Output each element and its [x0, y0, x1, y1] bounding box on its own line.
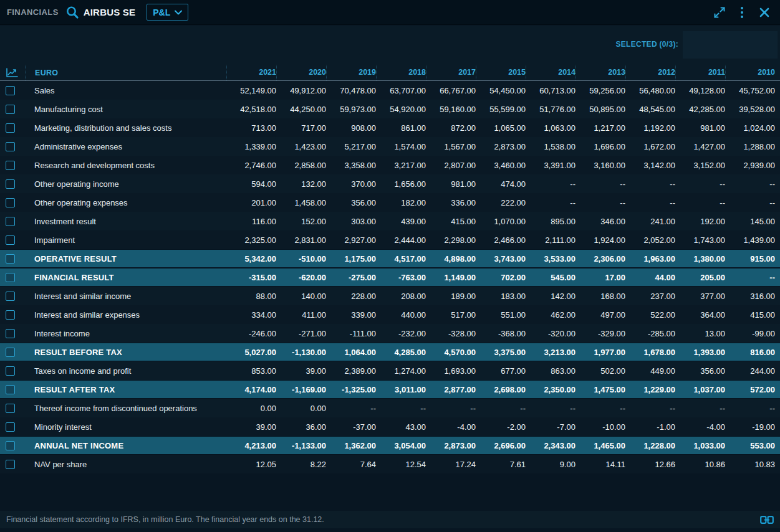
window-controls [711, 4, 780, 21]
cell-value: 1,465.00 [575, 441, 625, 450]
column-header-2010[interactable]: 2010 [725, 65, 775, 80]
column-header-2013[interactable]: 2013 [575, 65, 625, 80]
cell-value: 60,713.00 [526, 86, 575, 95]
instrument-name: AIRBUS SE [84, 7, 135, 17]
row-checkbox[interactable] [6, 217, 15, 226]
row-checkbox[interactable] [6, 460, 15, 469]
row-checkbox[interactable] [6, 292, 15, 301]
cell-value: 356.00 [326, 198, 376, 207]
link-button[interactable] [760, 516, 774, 524]
cell-value: 201.00 [226, 198, 276, 207]
menu-button[interactable] [734, 4, 750, 21]
table-row[interactable]: FINANCIAL RESULT-315.00-620.00-275.00-76… [0, 268, 780, 287]
table-row[interactable]: Sales52,149.0049,912.0070,478.0063,707.0… [0, 81, 780, 100]
table-row[interactable]: OPERATIVE RESULT5,342.00-510.001,175.004… [0, 249, 780, 268]
cell-value: 1,439.00 [725, 235, 775, 245]
cell-value: 1,458.00 [276, 198, 326, 207]
cell-value: 3,533.00 [526, 254, 575, 264]
cell-value: 116.00 [226, 217, 276, 226]
row-checkbox[interactable] [6, 198, 15, 207]
table-row[interactable]: Manufacturing cost42,518.0044,250.0059,9… [0, 100, 780, 118]
table-row[interactable]: Investment result116.00152.00303.00439.0… [0, 212, 780, 230]
cell-value: 49,912.00 [276, 86, 326, 95]
row-checkbox[interactable] [6, 86, 15, 95]
column-header-2021[interactable]: 2021 [226, 65, 276, 80]
table-row[interactable]: Other operating income594.00132.00370.00… [0, 174, 780, 193]
cell-value: 4,517.00 [376, 254, 426, 264]
cell-value: 59,973.00 [326, 105, 376, 114]
close-button[interactable] [756, 4, 773, 21]
statement-type-dropdown[interactable]: P&L [147, 4, 188, 21]
table-row[interactable]: Marketing, distribution and sales costs7… [0, 118, 780, 137]
table-row[interactable]: Other operating expenses201.001,458.0035… [0, 193, 780, 212]
row-checkbox[interactable] [6, 422, 15, 432]
row-checkbox[interactable] [6, 105, 15, 114]
cell-value: 0.00 [276, 404, 326, 413]
cell-value: 88.00 [226, 292, 276, 301]
table-row[interactable]: Interest and similar income88.00140.0022… [0, 287, 780, 305]
cell-value: 14.11 [575, 460, 625, 469]
row-checkbox[interactable] [6, 142, 15, 151]
column-header-2015[interactable]: 2015 [476, 65, 526, 80]
expand-button[interactable] [711, 4, 728, 21]
table-row[interactable]: Minority interest39.0036.00-37.0043.00-4… [0, 417, 780, 436]
table-row[interactable]: Taxes on income and profit853.0039.002,3… [0, 361, 780, 380]
cell-value: -7.00 [526, 422, 575, 432]
row-label: RESULT BEFORE TAX [25, 343, 226, 361]
table-row[interactable]: Thereof income from discontinued operati… [0, 399, 780, 417]
checkbox-cell [0, 100, 25, 118]
row-checkbox[interactable] [6, 441, 15, 450]
column-header-2019[interactable]: 2019 [326, 65, 376, 80]
row-checkbox[interactable] [6, 329, 15, 338]
row-checkbox[interactable] [6, 366, 15, 376]
search-button[interactable] [64, 4, 80, 21]
cell-value: 3,460.00 [476, 161, 526, 170]
column-header-2017[interactable]: 2017 [426, 65, 476, 80]
row-checkbox[interactable] [6, 179, 15, 189]
cell-value: 2,877.00 [426, 385, 476, 394]
cell-value: -- [625, 404, 675, 413]
cell-value: -2.00 [476, 422, 526, 432]
row-checkbox[interactable] [6, 123, 15, 133]
selected-items-slot[interactable] [683, 31, 778, 59]
cell-value: -1,130.00 [276, 348, 326, 357]
checkbox-cell [0, 305, 25, 324]
row-checkbox[interactable] [6, 235, 15, 245]
cell-value: 36.00 [276, 422, 326, 432]
table-row[interactable]: RESULT BEFORE TAX5,027.00-1,130.001,064.… [0, 343, 780, 361]
cell-value: -- [675, 198, 725, 207]
cell-value: 356.00 [675, 366, 725, 376]
column-header-2012[interactable]: 2012 [625, 65, 675, 80]
row-checkbox[interactable] [6, 161, 15, 170]
cell-value: -37.00 [326, 422, 376, 432]
column-header-2011[interactable]: 2011 [675, 65, 725, 80]
cell-value: 303.00 [326, 217, 376, 226]
table-row[interactable]: Interest and similar expenses334.00411.0… [0, 305, 780, 324]
column-header-2020[interactable]: 2020 [276, 65, 326, 80]
table-row[interactable]: Administrative expenses1,339.001,423.005… [0, 137, 780, 156]
table-row[interactable]: ANNUAL NET INCOME4,213.00-1,133.001,362.… [0, 436, 780, 455]
column-header-2018[interactable]: 2018 [376, 65, 426, 80]
cell-value: 4,898.00 [426, 254, 476, 264]
table-row[interactable]: RESULT AFTER TAX4,174.00-1,169.00-1,325.… [0, 380, 780, 399]
selected-count-label: SELECTED (0/3): [615, 40, 678, 49]
row-checkbox[interactable] [6, 254, 15, 264]
column-header-2014[interactable]: 2014 [526, 65, 575, 80]
cell-value: 863.00 [526, 366, 575, 376]
currency-column-header[interactable]: EURO [25, 65, 226, 80]
checkbox-cell [0, 324, 25, 343]
row-checkbox[interactable] [6, 404, 15, 413]
table-row[interactable]: Impairment2,325.002,831.002,927.002,444.… [0, 230, 780, 249]
row-checkbox[interactable] [6, 348, 15, 357]
row-label: Thereof income from discontinued operati… [25, 399, 226, 417]
row-checkbox[interactable] [6, 310, 15, 320]
table-row[interactable]: NAV per share12.058.227.6412.5417.247.61… [0, 455, 780, 473]
table-row[interactable]: Research and development costs2,746.002,… [0, 156, 780, 174]
cell-value: 1,288.00 [725, 142, 775, 151]
chart-toggle[interactable] [0, 65, 25, 80]
row-checkbox[interactable] [6, 385, 15, 394]
cell-value: 13.00 [675, 329, 725, 338]
cell-value: 9.00 [526, 460, 575, 469]
table-row[interactable]: Interest income-246.00-271.00-111.00-232… [0, 324, 780, 343]
row-checkbox[interactable] [6, 273, 15, 282]
